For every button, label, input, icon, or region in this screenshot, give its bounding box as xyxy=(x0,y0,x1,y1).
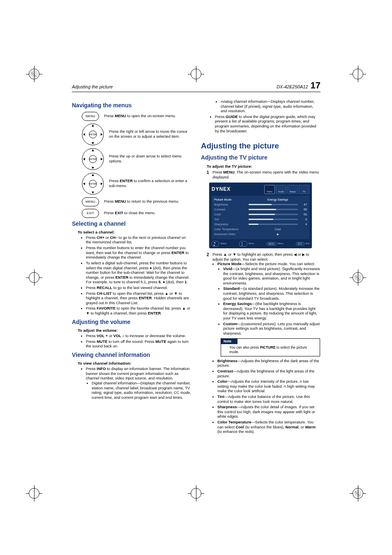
list-item: Press RECALL to go to the last viewed ch… xyxy=(86,286,191,291)
view-info-main: Press INFO to display an information ban… xyxy=(86,367,190,380)
note-box: Note You can also press PICTURE to selec… xyxy=(221,338,320,356)
heading-adjusting-picture: Adjusting the picture xyxy=(201,141,320,151)
list-item: Contrast—Adjusts the brightness of the l… xyxy=(217,369,320,379)
cropmark xyxy=(188,66,204,82)
step2-lead: Press ▲ or ▼ to highlight an option, the… xyxy=(212,252,320,262)
osd-row: Sharpness4 xyxy=(214,222,307,227)
osd-tab-setup: Setup xyxy=(287,185,298,194)
osd-logo: DYNEX xyxy=(212,186,231,192)
list-item: Press GUIDE to show the digital program … xyxy=(215,115,320,134)
list-item: Brightness—Adjusts the brightness of the… xyxy=(217,359,320,368)
step-2: 2 Press ▲ or ▼ to highlight an option, t… xyxy=(207,252,320,435)
subhead-adjust-tv-picture: To adjust the TV picture: xyxy=(207,164,320,169)
svg-text:ENTER: ENTER xyxy=(90,158,97,160)
osd-tab-tv: TV xyxy=(299,185,309,194)
remote-dpad-icon: ENTER xyxy=(82,123,104,146)
list-item: Custom—(customized picture). Lets you ma… xyxy=(223,322,320,336)
list-item: Color—Adjusts the color intensity of the… xyxy=(217,379,320,394)
picture-mode-list: Picture Mode—Selects the picture mode. Y… xyxy=(217,262,320,336)
svg-text:ENTER: ENTER xyxy=(90,133,97,136)
osd-tab-audio: Audio xyxy=(276,185,286,194)
step-number: 2 xyxy=(207,252,212,435)
cropmark xyxy=(350,66,366,82)
view-info-sublist-cont: Analog channel information—Displays chan… xyxy=(221,99,320,114)
step-number: 1 xyxy=(207,170,212,180)
step-body: Press MENU. The on-screen menu opens wit… xyxy=(212,170,320,180)
pm-lead: Picture Mode—Selects the picture mode. Y… xyxy=(217,262,315,266)
list-item: To select a digital sub-channel, press t… xyxy=(86,261,191,285)
list-item: Press INFO to display an information ban… xyxy=(86,367,191,400)
list-item: Vivid—(a bright and vivid picture). Sign… xyxy=(223,267,320,286)
remote-menu-button-icon: MENU xyxy=(82,197,99,206)
view-info-sublist: Digital channel information—Displays the… xyxy=(92,381,191,400)
remote-menu-button-icon: MENU xyxy=(82,112,99,121)
page-number: 17 xyxy=(311,80,321,90)
heading-viewing-channel-info: Viewing channel information xyxy=(72,352,191,359)
view-channel-info-list: Press INFO to display an information ban… xyxy=(86,367,191,400)
nav-desc-5: Press EXIT to close the menu. xyxy=(104,211,156,216)
select-channel-list: Press CH+ or CH– to go to the next or pr… xyxy=(86,236,191,316)
heading-selecting-channel: Selecting a channel xyxy=(72,220,191,228)
note-body: You can also press PICTURE to select the… xyxy=(221,344,320,356)
header-left: Adjusting the picture xyxy=(72,84,113,89)
remote-dpad-icon: ENTER xyxy=(82,148,104,170)
cropmark xyxy=(26,269,42,286)
osd-row: Tint0 xyxy=(214,217,307,222)
list-item: Press FAVORITE to open the favorite chan… xyxy=(86,306,191,316)
list-item: Digital channel information—Displays the… xyxy=(92,381,191,400)
osd-row: Advanced Video▶ xyxy=(214,232,307,237)
note-head: Note xyxy=(221,339,238,344)
osd-footer: ◀ ▶Select ▲ ▼Move MENUMenu EXITExit xyxy=(212,241,309,247)
heading-navigating: Navigating the menus xyxy=(72,102,191,109)
svg-text:ENTER: ENTER xyxy=(90,183,97,185)
cropmark xyxy=(350,269,366,286)
step-body: Press ▲ or ▼ to highlight an option, the… xyxy=(212,252,320,435)
nav-desc-4: Press MENU to return to the previous men… xyxy=(104,199,179,204)
cropmark xyxy=(188,485,204,502)
picture-settings-list: Brightness—Adjusts the brightness of the… xyxy=(217,359,320,435)
osd-row: Contrast56 xyxy=(214,207,307,212)
osd-row: Picture ModeEnergy Savings xyxy=(214,197,307,202)
remote-exit-button-icon: EXIT xyxy=(82,209,99,218)
osd-tab-video: Video xyxy=(264,185,275,194)
heading-adjusting-tv-picture: Adjusting the TV picture xyxy=(201,154,320,162)
list-item: Color Temperature—Selects the color temp… xyxy=(217,420,320,435)
step-1: 1 Press MENU. The on-screen menu opens w… xyxy=(207,170,320,180)
header-model: DX-42E250A12 xyxy=(277,84,308,89)
list-item: Press the number buttons to enter the ch… xyxy=(86,246,191,260)
pm-sublist: Vivid—(a bright and vivid picture). Sign… xyxy=(223,267,320,336)
subhead-select-channel: To select a channel: xyxy=(78,230,191,235)
cropmark xyxy=(350,485,366,502)
osd-video-menu: DYNEX Video Audio Setup TV Picture ModeE… xyxy=(209,183,312,249)
list-item: Energy Savings—(the backlight brightness… xyxy=(223,302,320,321)
nav-desc-0: Press MENU to open the on-screen menu. xyxy=(104,114,176,119)
list-item: Tint—Adjusts the color balance of the pi… xyxy=(217,395,320,404)
view-guide-list: Press GUIDE to show the digital program … xyxy=(215,115,320,134)
list-item: Picture Mode—Selects the picture mode. Y… xyxy=(217,262,320,336)
osd-row: Color53 xyxy=(214,212,307,217)
osd-body: Picture ModeEnergy SavingsBrightness47Co… xyxy=(212,196,309,239)
list-item: Press VOL + or VOL – to increase or decr… xyxy=(86,334,191,339)
subhead-adjust-volume: To adjust the volume: xyxy=(78,328,191,333)
list-item: Sharpness—Adjusts the color detail of im… xyxy=(217,405,320,419)
subhead-view-channel-info: To view channel information: xyxy=(78,361,191,366)
list-item: Press CH+ or CH– to go to the next or pr… xyxy=(86,236,191,245)
list-item: Press CH-LIST to open the channel list, … xyxy=(86,291,191,306)
nav-desc-3: Press ENTER to confirm a selection or en… xyxy=(109,179,191,188)
nav-desc-2: Press the up or down arrow to select men… xyxy=(109,154,191,164)
left-column: Navigating the menus MENU Press MENU to … xyxy=(72,99,191,437)
cropmark xyxy=(26,485,42,502)
list-item: Press MUTE to turn off the sound. Press … xyxy=(86,340,191,349)
adjust-volume-list: Press VOL + or VOL – to increase or decr… xyxy=(86,334,191,349)
osd-row: Color TemperatureCool xyxy=(214,227,307,232)
osd-tabs: Video Audio Setup TV xyxy=(264,185,309,194)
list-item: Analog channel information—Displays chan… xyxy=(221,99,320,114)
remote-dpad-icon: ENTER xyxy=(82,173,104,195)
page-content: Adjusting the picture DX-42E250A1217 Nav… xyxy=(72,80,321,437)
heading-adjusting-volume: Adjusting the volume xyxy=(72,319,191,326)
right-column: Analog channel information—Displays chan… xyxy=(201,99,320,437)
osd-row: Brightness47 xyxy=(214,202,307,207)
nav-desc-1: Press the right or left arrow to move th… xyxy=(109,130,191,139)
list-item: Standard—(a standard picture). Moderatel… xyxy=(223,287,320,301)
running-header: Adjusting the picture DX-42E250A1217 xyxy=(72,80,321,92)
